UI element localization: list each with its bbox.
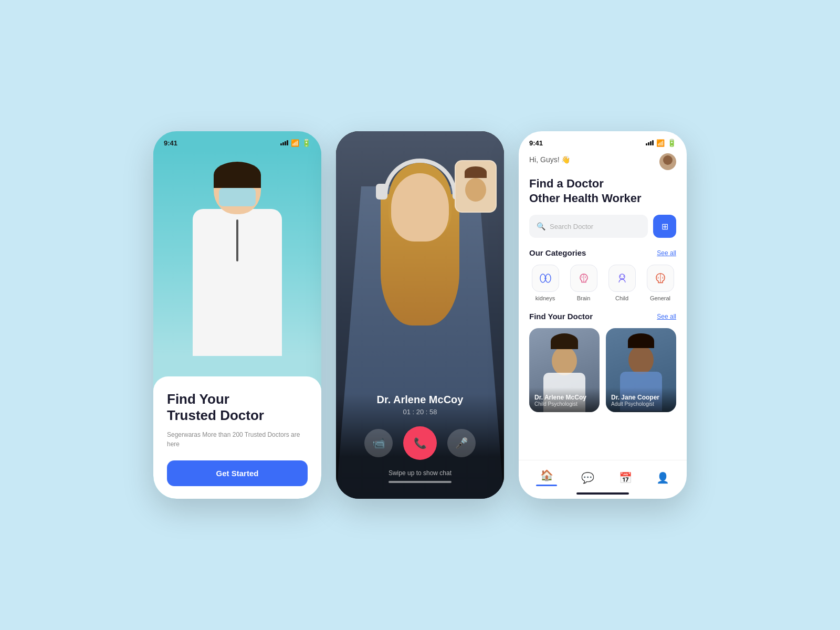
nav-home[interactable]: 🏠: [531, 467, 562, 488]
general-label: General: [650, 295, 670, 301]
call-controls-area: Dr. Arlene McCoy 01 : 20 : 58 📹 📞 🎤 Swip…: [336, 394, 504, 499]
battery-icon: 🔋: [302, 139, 311, 147]
screen1-status-bar: 9:41 📶 🔋: [153, 131, 321, 151]
doctor-2-hair: [628, 333, 654, 348]
nav-calendar[interactable]: 📅: [614, 469, 637, 486]
brain-icon: [570, 265, 597, 292]
screen3-wifi-icon: 📶: [656, 139, 665, 147]
camera-button[interactable]: 📹: [364, 429, 393, 457]
swipe-hint: Swipe up to show chat: [346, 469, 494, 477]
microphone-button[interactable]: 🎤: [447, 429, 476, 457]
avatar-head: [663, 155, 673, 165]
screen3-content: Find a Doctor Other Health Worker 🔍 Sear…: [519, 176, 687, 460]
call-controls: 📹 📞 🎤: [346, 426, 494, 460]
categories-see-all[interactable]: See all: [657, 249, 676, 257]
categories-header: Our Categories See all: [529, 248, 676, 257]
screen3-battery-icon: 🔋: [667, 139, 676, 147]
search-icon: 🔍: [537, 222, 545, 230]
screen3-status-bar: 9:41 📶 🔋: [519, 131, 687, 151]
search-row: 🔍 Search Doctor ⊞: [529, 215, 676, 238]
doctors-row: Dr. Arlene McCoy Child Psychologist Dr. …: [529, 328, 676, 412]
screen3-signal-icon: [646, 140, 654, 145]
bottom-nav: 🏠 💬 📅 👤: [519, 460, 687, 488]
doctors-see-all[interactable]: See all: [657, 313, 676, 320]
kidneys-icon: [532, 265, 559, 292]
doctor-body: [193, 209, 282, 356]
doctor-figure: [153, 151, 321, 408]
screen3-time: 9:41: [529, 139, 543, 147]
doctor-mask: [219, 188, 256, 206]
calendar-icon: 📅: [619, 471, 632, 484]
nav-profile[interactable]: 👤: [651, 469, 675, 486]
profile-icon: 👤: [656, 471, 669, 484]
hangup-button[interactable]: 📞: [403, 426, 437, 460]
pip-head: [465, 178, 486, 202]
nav-chat[interactable]: 💬: [576, 469, 600, 486]
general-icon: [647, 265, 674, 292]
filter-button[interactable]: ⊞: [653, 215, 676, 238]
microphone-icon: 🎤: [455, 437, 468, 449]
doctor-silhouette: [185, 162, 290, 361]
pip-hair: [465, 166, 487, 178]
doctor-head: [214, 162, 261, 214]
brain-label: Brain: [577, 295, 591, 301]
camera-icon: 📹: [372, 437, 385, 449]
child-label: Child: [615, 295, 628, 301]
stethoscope-icon: [236, 219, 238, 261]
doctor-1-overlay: Dr. Arlene McCoy Child Psychologist: [529, 387, 600, 412]
search-input[interactable]: Search Doctor: [550, 223, 593, 230]
screen1-status-icons: 📶 🔋: [280, 139, 311, 147]
doctor-2-name: Dr. Jane Cooper: [611, 394, 671, 401]
landing-card: Find Your Trusted Doctor Segerwaras More…: [153, 376, 321, 499]
greeting-text: Hi, Guys! 👋: [529, 155, 570, 164]
headphones-icon: [383, 159, 457, 195]
home-icon: 🏠: [540, 469, 553, 481]
doctors-title: Find Your Doctor: [529, 312, 593, 321]
pip-video: [455, 160, 497, 213]
screen3-status-icons: 📶 🔋: [646, 139, 676, 147]
doctor-1-hair: [551, 333, 578, 349]
categories-title: Our Categories: [529, 248, 586, 257]
screen1-phone: 9:41 📶 🔋: [153, 131, 321, 499]
categories-row: kidneys Brain: [529, 265, 676, 301]
doctor-1-specialty: Child Psychologist: [534, 401, 594, 407]
call-doctor-name: Dr. Arlene McCoy: [346, 394, 494, 406]
home-bar: [576, 492, 629, 495]
signal-icon: [280, 140, 288, 145]
call-timer: 01 : 20 : 58: [346, 408, 494, 416]
screen2-phone: Dr. Arlene McCoy 01 : 20 : 58 📹 📞 🎤 Swip…: [336, 131, 504, 499]
screen1-time: 9:41: [164, 139, 177, 147]
filter-icon: ⊞: [662, 222, 668, 232]
kidneys-label: kidneys: [536, 295, 555, 301]
category-child[interactable]: Child: [606, 265, 638, 301]
doctor-1-name: Dr. Arlene McCoy: [534, 394, 594, 401]
headphone-left: [376, 184, 387, 200]
category-general[interactable]: General: [644, 265, 676, 301]
hangup-icon: 📞: [414, 437, 427, 449]
search-box[interactable]: 🔍 Search Doctor: [529, 215, 648, 238]
svg-point-5: [620, 276, 621, 277]
wifi-icon: 📶: [291, 139, 299, 147]
home-indicator: [536, 485, 557, 486]
doctor-1-head: [552, 346, 577, 375]
landing-subtitle: Segerwaras More than 200 Trusted Doctors…: [167, 430, 308, 449]
get-started-button[interactable]: Get Started: [167, 460, 308, 486]
doctor-card-1[interactable]: Dr. Arlene McCoy Child Psychologist: [529, 328, 600, 412]
doctors-header: Find Your Doctor See all: [529, 312, 676, 321]
doctor-2-overlay: Dr. Jane Cooper Adult Psychologist: [606, 387, 676, 412]
doctor-hair: [214, 162, 261, 188]
screen3-phone: 9:41 📶 🔋 Hi, Guys! 👋 Find a Doctor: [519, 131, 687, 499]
screens-container: 9:41 📶 🔋: [153, 131, 687, 499]
doctor-image: [153, 151, 321, 408]
swipe-bar: [388, 481, 452, 483]
doctor-2-specialty: Adult Psychologist: [611, 401, 671, 407]
category-brain[interactable]: Brain: [568, 265, 600, 301]
greeting-row: Hi, Guys! 👋: [519, 151, 687, 176]
chat-icon: 💬: [581, 471, 594, 484]
doctor-card-2[interactable]: Dr. Jane Cooper Adult Psychologist: [606, 328, 676, 412]
category-kidneys[interactable]: kidneys: [529, 265, 561, 301]
landing-title: Find Your Trusted Doctor: [167, 391, 308, 424]
svg-point-6: [623, 276, 624, 277]
child-icon: [608, 265, 636, 292]
user-avatar[interactable]: [659, 153, 676, 170]
